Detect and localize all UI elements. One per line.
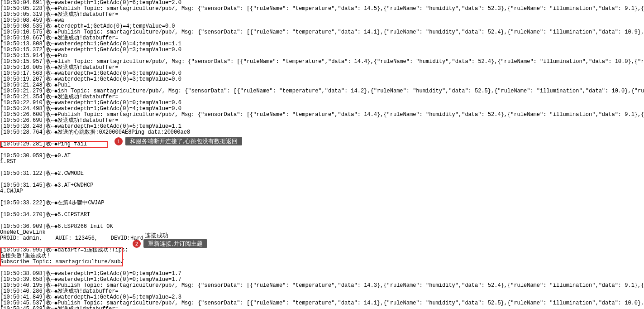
- log-line: PROID: admin, AUIF: 123456, DEVID:Hard: [0, 236, 644, 241]
- log-line: [0, 135, 644, 141]
- log-line: [10:50:36.995]收←◆dataPtr=1连接成功!Tips:: [0, 247, 644, 253]
- log-line: Subscribe Topic: smartagriculture/sub/: [0, 259, 644, 265]
- log-line: [10:50:05.319]收←◆发送成功!databuffer=: [0, 12, 644, 18]
- log-line: [0, 165, 644, 171]
- log-line: [10:50:36.909]收←◆6.ESP8266 Init OK: [0, 224, 644, 230]
- log-line: 1.RST: [0, 159, 644, 165]
- log-line: [10:50:15.372]收←◆waterdepth=1;GetAdc(0)=…: [0, 47, 644, 53]
- log-line: [10:50:45.628]收←◆发送成功!databuffer=: [0, 306, 644, 309]
- label-connect-success: 连接成功: [145, 232, 168, 238]
- log-line: [10:50:29.281]收←◆Ping fail: [0, 141, 644, 147]
- log-line: [10:50:31.122]收←◆2.CWMODE: [0, 171, 644, 177]
- log-line: 4.CWJAP: [0, 188, 644, 194]
- log-output: [10:50:04.691]收←◆waterdepth=1;GetAdc(0)=…: [0, 0, 644, 309]
- log-line: [10:50:28.764]收←◆发送的心跳数据:0X20000AE8Ping …: [0, 130, 644, 135]
- log-line: [10:50:34.270]收←◆5.CIPSTART: [0, 212, 644, 218]
- log-line: [10:50:31.145]收←◆3.AT+CWDHCP: [0, 183, 644, 188]
- log-line: [0, 177, 644, 183]
- log-line: [0, 147, 644, 153]
- log-line: [10:50:19.207]收←◆waterdepth=1;GetAdc(0)=…: [0, 77, 644, 82]
- log-line: [10:50:30.059]收←◆0.AT: [0, 153, 644, 159]
- log-line: [10:50:33.222]收←◆在第4步骤中CWJAP: [0, 200, 644, 206]
- log-line: [0, 206, 644, 212]
